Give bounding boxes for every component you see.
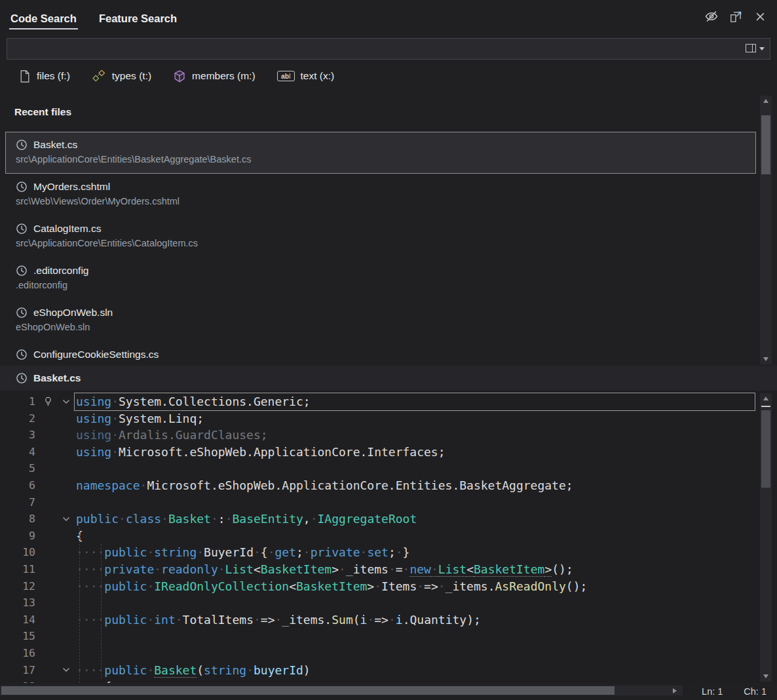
line-number: 5 <box>0 460 38 477</box>
triangle-up-icon <box>763 397 768 400</box>
line-number: 15 <box>0 628 38 645</box>
line-number: 18 <box>0 678 38 683</box>
recent-file-item[interactable]: ConfigureCookieSettings.cs <box>5 341 756 366</box>
search-layout-dropdown[interactable] <box>740 39 770 59</box>
line-number: 7 <box>0 494 38 511</box>
scroll-down-button[interactable] <box>760 671 772 682</box>
history-icon <box>16 307 28 319</box>
scroll-down-button[interactable] <box>760 354 772 364</box>
scroll-up-button[interactable] <box>760 96 772 106</box>
filter-members[interactable]: members (m:) <box>173 69 255 83</box>
line-number: 9 <box>0 528 38 545</box>
file-icon <box>18 69 31 83</box>
code-line[interactable]: 9 { <box>0 528 777 545</box>
code-line[interactable]: 11 ····private·readonly·List<BasketItem>… <box>0 561 777 578</box>
scroll-right-button[interactable] <box>668 686 681 695</box>
triangle-down-icon <box>763 357 768 361</box>
layout-icon <box>746 43 756 55</box>
column-indicator: Ch: 1 <box>744 686 767 697</box>
fold-chevron-icon[interactable] <box>58 393 75 410</box>
preview-header: Basket.cs <box>0 366 777 391</box>
code-line[interactable]: 6 namespace·Microsoft.eShopWeb.Applicati… <box>0 477 777 494</box>
code-line[interactable]: 7 <box>0 494 777 511</box>
tab-feature-search[interactable]: Feature Search <box>98 12 178 34</box>
line-number: 2 <box>0 410 38 427</box>
triangle-down-icon <box>763 674 768 678</box>
line-number: 13 <box>0 594 38 612</box>
filter-files[interactable]: files (f:) <box>18 69 70 83</box>
hscrollbar-thumb[interactable] <box>1 686 615 695</box>
history-icon <box>16 181 28 193</box>
filter-text[interactable]: ab text (x:) <box>277 69 335 83</box>
code-line[interactable]: 15 <box>0 628 777 645</box>
search-row <box>0 34 777 60</box>
fold-chevron-icon[interactable] <box>58 511 75 528</box>
recent-files-header: Recent files <box>0 92 777 125</box>
history-icon <box>16 349 28 360</box>
lightbulb-icon <box>38 393 58 410</box>
line-number: 1 <box>0 393 38 410</box>
code-line[interactable]: 12 ····public·IReadOnlyCollection<Basket… <box>0 578 777 595</box>
scroll-up-button[interactable] <box>760 393 772 404</box>
history-icon <box>16 372 28 384</box>
search-box <box>7 38 770 60</box>
recent-files-list: Basket.cs src\ApplicationCore\Entities\B… <box>0 125 777 366</box>
status-bar: Ln: 1 Ch: 1 <box>0 683 777 700</box>
recent-file-item[interactable]: MyOrders.cshtml src\Web\Views\Order\MyOr… <box>5 174 756 216</box>
line-number: 6 <box>0 477 38 494</box>
line-number: 17 <box>0 662 38 679</box>
recent-file-item[interactable]: eShopOnWeb.sln eShopOnWeb.sln <box>5 300 756 341</box>
filter-row: files (f:) types (t:) members (m:) ab te… <box>0 60 777 92</box>
filter-types[interactable]: types (t:) <box>92 69 151 83</box>
horizontal-scrollbar[interactable] <box>0 686 683 695</box>
history-icon <box>16 265 28 277</box>
line-number: 8 <box>0 511 38 528</box>
code-scrollbar[interactable] <box>760 393 772 682</box>
close-icon[interactable] <box>753 10 767 23</box>
code-search-window: Code SearchFeature Search files (f:) typ… <box>0 0 777 700</box>
code-editor[interactable]: 1 using·System.Collections.Generic; 2 us… <box>0 391 777 683</box>
history-icon <box>16 223 28 235</box>
code-line[interactable]: 3 using·Ardalis.GuardClauses; <box>0 427 777 444</box>
tab-code-search[interactable]: Code Search <box>9 12 78 34</box>
recent-list-scrollbar[interactable] <box>760 96 772 364</box>
preview-file-title: Basket.cs <box>33 372 81 384</box>
code-line[interactable]: 18 ····{ <box>0 678 777 683</box>
line-number: 10 <box>0 544 38 561</box>
code-line[interactable]: 8 public·class·Basket·:·BaseEntity,·IAgg… <box>0 511 777 528</box>
line-number: 14 <box>0 612 38 629</box>
code-line[interactable]: 10 ····public·string·BuyerId·{·get;·priv… <box>0 544 777 561</box>
history-icon <box>16 139 28 151</box>
line-number: 4 <box>0 444 38 461</box>
recent-file-item[interactable]: CatalogItem.cs src\ApplicationCore\Entit… <box>5 216 756 258</box>
fold-chevron-icon[interactable] <box>58 662 75 679</box>
code-line[interactable]: 1 using·System.Collections.Generic; <box>0 393 777 410</box>
code-line[interactable]: 17 ····public·Basket(string·buyerId) <box>0 662 777 679</box>
search-input[interactable] <box>7 39 740 59</box>
text-icon: ab <box>277 69 295 83</box>
code-scrollbar-thumb[interactable] <box>761 410 770 488</box>
code-line[interactable]: 5 <box>0 460 777 477</box>
line-indicator: Ln: 1 <box>702 686 723 697</box>
code-line[interactable]: 4 using·Microsoft.eShopWeb.ApplicationCo… <box>0 444 777 461</box>
tab-strip: Code SearchFeature Search <box>0 0 777 34</box>
hide-icon[interactable] <box>705 10 718 23</box>
code-line[interactable]: 13 <box>0 594 777 612</box>
members-icon <box>173 69 186 83</box>
line-number: 16 <box>0 645 38 662</box>
recent-file-item[interactable]: .editorconfig .editorconfig <box>5 258 756 300</box>
cursor-position: Ln: 1 Ch: 1 <box>702 683 767 700</box>
popout-icon[interactable] <box>729 10 742 23</box>
recent-file-item[interactable]: Basket.cs src\ApplicationCore\Entities\B… <box>5 132 756 174</box>
code-line[interactable]: 16 <box>0 645 777 662</box>
line-number: 12 <box>0 578 38 595</box>
chevron-down-icon <box>759 47 765 50</box>
code-preview: 1 using·System.Collections.Generic; 2 us… <box>0 391 777 683</box>
triangle-right-icon <box>673 688 677 693</box>
code-line[interactable]: 14 ····public·int·TotalItems·=>·_items.S… <box>0 612 777 629</box>
list-scrollbar-thumb[interactable] <box>761 115 770 174</box>
titlebar-icons <box>705 10 767 23</box>
scrollbar-position-marker <box>761 406 770 407</box>
indent-guide <box>79 528 80 683</box>
code-line[interactable]: 2 using·System.Linq; <box>0 410 777 427</box>
